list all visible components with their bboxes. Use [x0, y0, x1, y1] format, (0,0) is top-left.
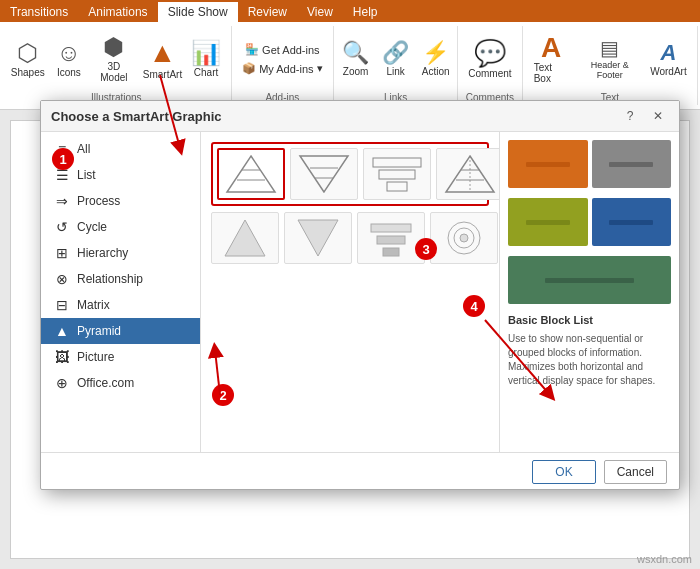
illustrations-group: ⬡ Shapes ☺ Icons ⬢ 3D Model ▲ SmartArt 📊 [2, 26, 232, 105]
svg-marker-13 [225, 220, 265, 256]
text-buttons: A Text Box ▤ Header & Footer A WordArt [531, 26, 689, 92]
relationship-label: Relationship [77, 272, 143, 286]
textbox-icon: A [541, 34, 561, 62]
dialog-help-button[interactable]: ? [619, 107, 641, 125]
pyramid-thumb-5[interactable] [211, 212, 279, 264]
dialog-close-button[interactable]: ✕ [647, 107, 669, 125]
my-addins-icon: 📦 [242, 62, 256, 75]
category-hierarchy[interactable]: ⊞ Hierarchy [41, 240, 200, 266]
pyramid-thumb-8[interactable] [430, 212, 498, 264]
links-group: 🔍 Zoom 🔗 Link ⚡ Action Links [334, 26, 458, 105]
get-addins-button[interactable]: 🏪 Get Add-ins [239, 41, 325, 58]
zoom-button[interactable]: 🔍 Zoom [338, 40, 374, 79]
3dmodel-label: 3D Model [95, 61, 133, 83]
link-label: Link [386, 66, 404, 77]
comment-label: Comment [468, 68, 511, 79]
svg-marker-14 [298, 220, 338, 256]
color-box-bar-orange [526, 162, 570, 167]
tab-slideshow[interactable]: Slide Show [158, 2, 238, 22]
my-addins-dropdown-icon: ▾ [317, 62, 323, 75]
comment-icon: 💬 [474, 40, 506, 66]
pyramid-thumb-1[interactable] [217, 148, 285, 200]
comment-button[interactable]: 💬 Comment [464, 38, 515, 81]
3dmodel-button[interactable]: ⬢ 3D Model [91, 33, 137, 85]
svg-rect-7 [379, 170, 415, 179]
category-all[interactable]: ≡ All [41, 136, 200, 162]
pyramid-thumb-6[interactable] [284, 212, 352, 264]
category-office[interactable]: ⊕ Office.com [41, 370, 200, 396]
dialog-titlebar: Choose a SmartArt Graphic ? ✕ [41, 101, 679, 132]
3dmodel-icon: ⬢ [103, 35, 124, 59]
process-icon: ⇒ [53, 193, 71, 209]
color-preview-top [508, 140, 671, 188]
link-icon: 🔗 [382, 42, 409, 64]
action-button[interactable]: ⚡ Action [418, 40, 454, 79]
dialog-thumbnails [201, 132, 499, 452]
svg-rect-17 [383, 248, 399, 256]
selected-thumbnail-row [211, 142, 489, 206]
ok-button[interactable]: OK [532, 460, 595, 484]
list-icon: ☰ [53, 167, 71, 183]
tab-review[interactable]: Review [238, 2, 297, 22]
pyramid-svg-4 [442, 152, 498, 196]
shapes-label: Shapes [11, 67, 45, 78]
cycle-icon: ↺ [53, 219, 71, 235]
text-group: A Text Box ▤ Header & Footer A WordArt T… [523, 26, 698, 105]
category-matrix[interactable]: ⊟ Matrix [41, 292, 200, 318]
link-button[interactable]: 🔗 Link [378, 40, 414, 79]
chart-icon: 📊 [191, 41, 221, 65]
svg-rect-8 [387, 182, 407, 191]
smartart-dialog: Choose a SmartArt Graphic ? ✕ ≡ All ☰ Li… [40, 100, 680, 490]
dialog-controls: ? ✕ [619, 107, 669, 125]
svg-rect-6 [373, 158, 421, 167]
pyramid-thumb-2[interactable] [290, 148, 358, 200]
hierarchy-label: Hierarchy [77, 246, 128, 260]
header-footer-button[interactable]: ▤ Header & Footer [575, 36, 643, 82]
wordart-button[interactable]: A WordArt [648, 40, 689, 79]
get-addins-label: Get Add-ins [262, 44, 319, 56]
zoom-label: Zoom [343, 66, 369, 77]
color-box-gray [592, 140, 672, 188]
color-box-orange [508, 140, 588, 188]
category-cycle[interactable]: ↺ Cycle [41, 214, 200, 240]
category-list[interactable]: ☰ List [41, 162, 200, 188]
dialog-body: ≡ All ☰ List ⇒ Process ↺ Cycle ⊞ Hierarc… [41, 132, 679, 452]
all-icon: ≡ [53, 141, 71, 157]
pyramid-svg-7 [363, 216, 419, 260]
tab-transitions[interactable]: Transitions [0, 2, 78, 22]
cancel-button[interactable]: Cancel [604, 460, 667, 484]
icons-button[interactable]: ☺ Icons [51, 39, 87, 80]
category-relationship[interactable]: ⊗ Relationship [41, 266, 200, 292]
smartart-button[interactable]: ▲ SmartArt [141, 37, 184, 82]
tab-animations[interactable]: Animations [78, 2, 157, 22]
preview-title: Basic Block List [508, 314, 671, 326]
pyramid-icon: ▲ [53, 323, 71, 339]
tab-help[interactable]: Help [343, 2, 388, 22]
chart-button[interactable]: 📊 Chart [188, 39, 224, 80]
wordart-label: WordArt [650, 66, 687, 77]
shapes-button[interactable]: ⬡ Shapes [9, 39, 47, 80]
pyramid-thumb-4[interactable] [436, 148, 499, 200]
pyramid-thumb-3[interactable] [363, 148, 431, 200]
action-icon: ⚡ [422, 42, 449, 64]
pyramid-label: Pyramid [77, 324, 121, 338]
my-addins-button[interactable]: 📦 My Add-ins ▾ [236, 60, 328, 77]
links-buttons: 🔍 Zoom 🔗 Link ⚡ Action [338, 26, 454, 92]
dialog-preview: Basic Block List Use to show non-sequent… [499, 132, 679, 452]
category-pyramid[interactable]: ▲ Pyramid [41, 318, 200, 344]
category-process[interactable]: ⇒ Process [41, 188, 200, 214]
category-picture[interactable]: 🖼 Picture [41, 344, 200, 370]
pyramid-thumb-7[interactable] [357, 212, 425, 264]
pyramid-svg-6 [290, 216, 346, 260]
color-box-bar-blue [609, 220, 653, 225]
get-addins-icon: 🏪 [245, 43, 259, 56]
tab-view[interactable]: View [297, 2, 343, 22]
color-box-bar-yellowgreen [526, 220, 570, 225]
pyramid-svg-1 [223, 152, 279, 196]
textbox-button[interactable]: A Text Box [531, 32, 572, 86]
shapes-icon: ⬡ [17, 41, 38, 65]
comments-group: 💬 Comment Comments [458, 26, 522, 105]
ribbon-content: ⬡ Shapes ☺ Icons ⬢ 3D Model ▲ SmartArt 📊 [0, 22, 700, 110]
office-label: Office.com [77, 376, 134, 390]
svg-rect-16 [377, 236, 405, 244]
